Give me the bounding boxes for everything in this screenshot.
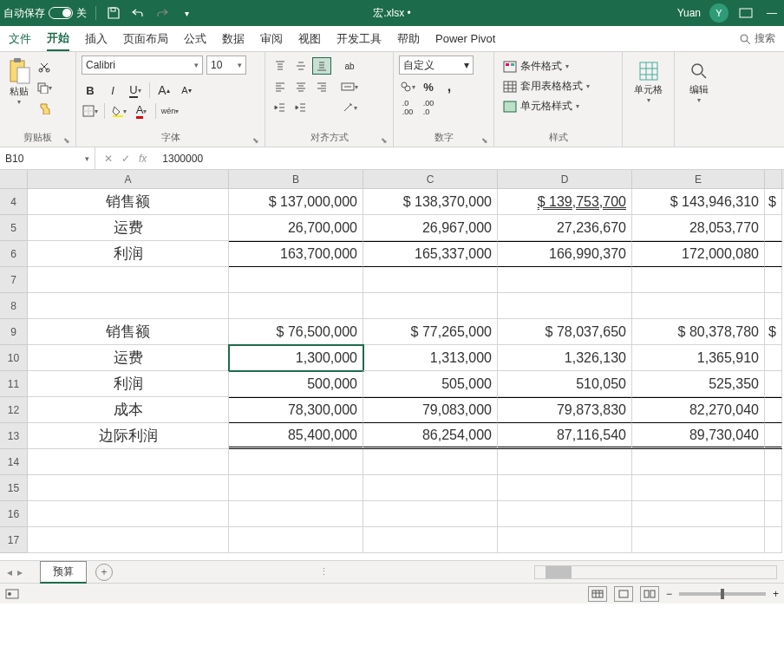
cell[interactable]: 89,730,040 xyxy=(632,423,765,449)
cell[interactable] xyxy=(765,293,782,319)
cell[interactable] xyxy=(765,241,782,267)
cell[interactable]: $ xyxy=(765,189,782,215)
page-layout-view-icon[interactable] xyxy=(614,586,633,602)
cell[interactable] xyxy=(363,449,498,475)
zoom-slider[interactable] xyxy=(679,592,766,596)
tab-scroll-right-icon[interactable]: ▸ xyxy=(17,566,23,578)
decrease-font-icon[interactable]: A▾ xyxy=(178,82,195,99)
tab-formulas[interactable]: 公式 xyxy=(184,28,206,50)
redo-icon[interactable] xyxy=(154,4,171,22)
cell[interactable] xyxy=(765,423,782,449)
cell[interactable]: 163,700,000 xyxy=(229,241,363,267)
cell[interactable] xyxy=(765,371,782,397)
cell[interactable] xyxy=(363,267,498,293)
row-header[interactable]: 5 xyxy=(0,215,28,241)
phonetic-button[interactable]: wén▾ xyxy=(161,102,179,120)
tab-data[interactable]: 数据 xyxy=(222,28,245,50)
cell[interactable] xyxy=(28,267,229,293)
cell[interactable]: 505,000 xyxy=(363,371,498,397)
row-header[interactable]: 16 xyxy=(0,501,28,527)
cell[interactable]: $ 138,370,000 xyxy=(363,189,498,215)
tab-view[interactable]: 视图 xyxy=(298,28,321,50)
cells-button[interactable]: 单元格 ▾ xyxy=(630,55,666,108)
fx-icon[interactable]: fx xyxy=(139,153,147,165)
column-header[interactable]: C xyxy=(363,170,498,188)
cell[interactable]: $ 78,037,650 xyxy=(498,319,632,345)
row-header[interactable]: 9 xyxy=(0,319,28,345)
cell[interactable] xyxy=(632,475,765,501)
cell[interactable]: 利润 xyxy=(28,241,229,267)
bold-button[interactable]: B xyxy=(82,82,99,99)
cell[interactable]: 82,270,040 xyxy=(632,397,765,423)
row-header[interactable]: 8 xyxy=(0,293,28,319)
editing-button[interactable]: 编辑 ▾ xyxy=(683,55,715,108)
italic-button[interactable]: I xyxy=(104,82,121,99)
tab-help[interactable]: 帮助 xyxy=(397,28,420,50)
cell[interactable]: 172,000,080 xyxy=(632,241,765,267)
page-break-view-icon[interactable] xyxy=(640,586,659,602)
increase-indent-icon[interactable] xyxy=(291,99,310,116)
cell[interactable]: 166,990,370 xyxy=(498,241,632,267)
cell[interactable] xyxy=(229,527,363,553)
underline-button[interactable]: U▾ xyxy=(127,82,144,99)
cell[interactable] xyxy=(632,449,765,475)
tab-page-layout[interactable]: 页面布局 xyxy=(123,28,168,50)
cell[interactable]: 成本 xyxy=(28,397,229,423)
number-format-select[interactable]: 自定义▾ xyxy=(399,55,474,75)
cell[interactable] xyxy=(28,501,229,527)
tab-review[interactable]: 审阅 xyxy=(260,28,283,50)
cell[interactable] xyxy=(632,293,765,319)
font-color-button[interactable]: A▾ xyxy=(133,102,150,120)
decrease-decimal-icon[interactable]: .00.0 xyxy=(420,99,437,116)
cell[interactable] xyxy=(765,267,782,293)
align-middle-icon[interactable] xyxy=(291,57,310,75)
cell[interactable]: 27,236,670 xyxy=(498,215,632,241)
cell[interactable] xyxy=(28,527,229,553)
font-name-select[interactable]: Calibri▾ xyxy=(82,55,203,75)
avatar[interactable]: Y xyxy=(709,3,728,23)
cell[interactable]: 87,116,540 xyxy=(498,423,632,449)
cell[interactable] xyxy=(632,501,765,527)
cell[interactable]: 28,053,770 xyxy=(632,215,765,241)
cell[interactable]: 销售额 xyxy=(28,189,229,215)
cell[interactable]: 1,300,000 xyxy=(229,345,363,371)
percent-icon[interactable]: % xyxy=(420,78,437,95)
wrap-text-button[interactable]: ab xyxy=(336,57,363,75)
cell[interactable] xyxy=(498,267,632,293)
cell[interactable] xyxy=(498,475,632,501)
cell[interactable]: 运费 xyxy=(28,345,229,371)
cell[interactable]: 78,300,000 xyxy=(229,397,363,423)
cell[interactable]: 79,083,000 xyxy=(363,397,498,423)
row-header[interactable]: 12 xyxy=(0,397,28,423)
increase-decimal-icon[interactable]: .0.00 xyxy=(399,99,416,116)
cell[interactable] xyxy=(498,293,632,319)
ribbon-display-icon[interactable] xyxy=(737,4,755,22)
minimize-icon[interactable]: — xyxy=(763,4,781,22)
macro-record-icon[interactable] xyxy=(5,589,19,599)
row-header[interactable]: 4 xyxy=(0,189,28,215)
align-bottom-icon[interactable] xyxy=(312,57,331,75)
cell[interactable]: $ 76,500,000 xyxy=(229,319,363,345)
cell[interactable]: 165,337,000 xyxy=(363,241,498,267)
cell[interactable] xyxy=(498,527,632,553)
cell[interactable]: $ 80,378,780 xyxy=(632,319,765,345)
cell[interactable]: $ 77,265,000 xyxy=(363,319,498,345)
cell[interactable]: 26,700,000 xyxy=(229,215,363,241)
cell-styles-button[interactable]: 单元格样式▾ xyxy=(500,97,593,115)
cell[interactable]: 1,365,910 xyxy=(632,345,765,371)
cell[interactable] xyxy=(229,475,363,501)
cell[interactable]: 500,000 xyxy=(229,371,363,397)
cell[interactable] xyxy=(28,475,229,501)
tab-developer[interactable]: 开发工具 xyxy=(336,28,382,50)
tab-insert[interactable]: 插入 xyxy=(85,28,108,50)
align-top-icon[interactable] xyxy=(271,57,290,75)
align-left-icon[interactable] xyxy=(271,78,290,95)
cell[interactable]: 86,254,000 xyxy=(363,423,498,449)
cell[interactable] xyxy=(765,397,782,423)
horizontal-scrollbar[interactable] xyxy=(534,565,777,579)
column-header[interactable]: E xyxy=(632,170,765,188)
cell[interactable] xyxy=(765,527,782,553)
copy-icon[interactable]: ▾ xyxy=(36,80,52,95)
cell[interactable]: 85,400,000 xyxy=(229,423,363,449)
number-launcher-icon[interactable]: ⬊ xyxy=(481,136,488,145)
